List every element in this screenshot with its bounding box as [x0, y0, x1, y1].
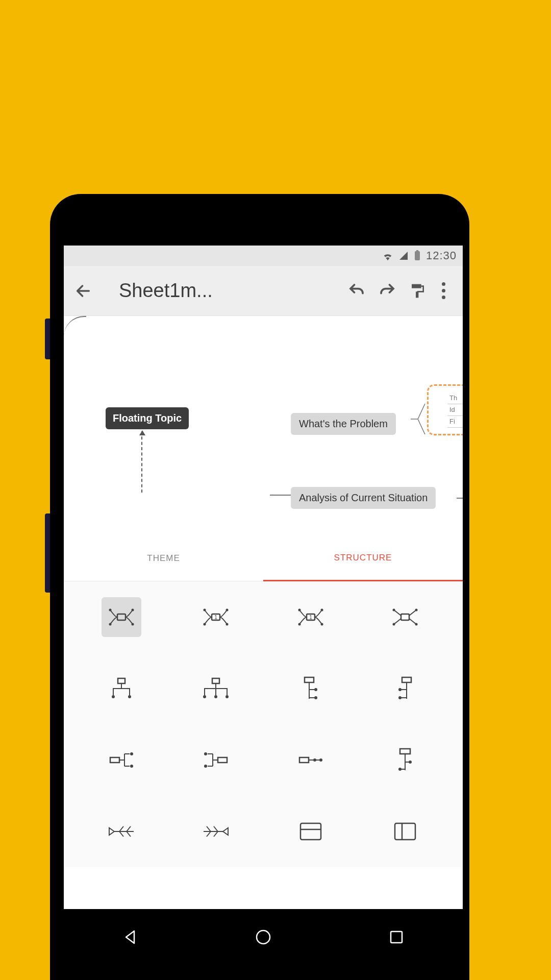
svg-rect-8 — [117, 614, 126, 620]
svg-point-37 — [398, 688, 402, 691]
subtopic-preview: Th Id Fi — [447, 393, 463, 428]
svg-rect-33 — [305, 677, 314, 682]
svg-text:1: 1 — [214, 615, 217, 620]
svg-point-32 — [226, 695, 229, 698]
redo-button[interactable] — [372, 282, 403, 300]
nav-recent-button[interactable] — [385, 926, 408, 948]
dots-icon — [442, 282, 445, 286]
svg-rect-25 — [401, 614, 409, 620]
wifi-icon — [382, 251, 393, 261]
fishbone-right-icon — [202, 824, 230, 839]
toolbar: Sheet1m... — [64, 266, 463, 316]
svg-rect-0 — [415, 251, 420, 260]
mindmap-balance-icon — [107, 607, 136, 627]
undo-button[interactable] — [341, 282, 372, 300]
tab-theme[interactable]: THEME — [64, 535, 263, 581]
status-bar: 12:30 — [64, 246, 463, 266]
battery-icon — [414, 250, 421, 261]
nav-back-button[interactable] — [119, 926, 141, 948]
undo-icon — [347, 282, 366, 300]
svg-rect-48 — [400, 749, 410, 754]
svg-point-42 — [204, 752, 207, 755]
structure-option[interactable] — [263, 668, 358, 709]
structure-option[interactable] — [263, 811, 358, 852]
paint-roller-icon — [410, 283, 426, 299]
svg-rect-2 — [412, 284, 421, 288]
svg-rect-44 — [218, 757, 227, 763]
tab-structure[interactable]: STRUCTURE — [263, 535, 463, 581]
app-screen: 12:30 Sheet1m... Floating Topic What's t… — [64, 246, 463, 909]
svg-point-38 — [398, 696, 402, 699]
tree-right-icon — [203, 751, 229, 769]
mindmap-canvas[interactable]: Floating Topic What's the Problem Analys… — [64, 316, 463, 535]
svg-point-30 — [203, 695, 206, 698]
svg-rect-56 — [391, 932, 402, 943]
svg-rect-26 — [118, 678, 125, 683]
svg-point-43 — [204, 765, 207, 768]
structure-option[interactable] — [263, 740, 358, 780]
structure-option[interactable] — [358, 597, 453, 638]
structure-option[interactable] — [169, 740, 264, 780]
structure-option[interactable] — [74, 597, 169, 638]
structure-option[interactable] — [169, 668, 264, 709]
svg-rect-3 — [416, 291, 418, 298]
logic-left-icon — [108, 751, 135, 769]
structure-option[interactable] — [358, 811, 453, 852]
relationship-arrow — [141, 431, 142, 493]
matrix-col-icon — [394, 822, 416, 841]
svg-point-28 — [128, 695, 131, 698]
svg-point-35 — [314, 696, 317, 699]
svg-point-34 — [314, 688, 317, 691]
mindmap-ccw-icon: 1 — [296, 607, 325, 627]
phone-side-button — [45, 318, 50, 359]
svg-text:1: 1 — [309, 615, 312, 620]
square-recent-icon — [389, 929, 404, 945]
fishbone-left-icon — [107, 824, 136, 839]
structure-option[interactable] — [74, 668, 169, 709]
svg-rect-39 — [110, 757, 119, 763]
svg-rect-36 — [402, 677, 411, 682]
matrix-row-icon — [299, 822, 322, 841]
logic-right-down-icon — [300, 676, 321, 701]
svg-rect-29 — [212, 678, 219, 683]
structure-option[interactable] — [74, 740, 169, 780]
logic-right-up-icon — [395, 676, 415, 701]
branch-connector — [270, 495, 292, 496]
structure-option[interactable]: 1 — [169, 597, 264, 638]
svg-rect-51 — [300, 823, 321, 840]
mindmap-cw-icon: 1 — [202, 607, 230, 627]
structure-option[interactable] — [358, 668, 453, 709]
structure-option[interactable] — [358, 740, 453, 780]
panel-tabs: THEME STRUCTURE — [64, 535, 463, 581]
redo-icon — [378, 282, 396, 300]
svg-point-40 — [130, 752, 133, 755]
topic-node[interactable]: Analysis of Current Situation — [291, 487, 436, 509]
topic-node[interactable]: What's the Problem — [291, 413, 396, 435]
svg-rect-53 — [395, 823, 415, 840]
structure-option[interactable] — [169, 811, 264, 852]
triangle-back-icon — [122, 929, 138, 945]
mindmap-spread-icon — [391, 607, 419, 627]
nav-home-button[interactable] — [252, 926, 274, 948]
arrow-left-icon — [74, 282, 92, 300]
back-button[interactable] — [73, 282, 93, 300]
org-down-icon — [109, 677, 134, 700]
document-title[interactable]: Sheet1m... — [119, 280, 213, 302]
structure-option[interactable] — [74, 811, 169, 852]
more-menu-button[interactable] — [433, 282, 454, 299]
structure-option[interactable]: 1 — [263, 597, 358, 638]
circle-home-icon — [255, 928, 272, 946]
svg-point-31 — [214, 695, 217, 698]
branch-connector — [64, 316, 86, 431]
svg-point-41 — [130, 765, 133, 768]
branch-connector — [457, 493, 463, 505]
svg-point-27 — [112, 695, 115, 698]
phone-side-button — [45, 513, 50, 593]
svg-rect-45 — [299, 757, 309, 763]
format-button[interactable] — [403, 283, 433, 299]
structure-grid: 1 1 — [64, 581, 463, 867]
status-time: 12:30 — [426, 249, 457, 262]
android-nav-bar — [64, 909, 463, 965]
tree-line-icon — [297, 755, 324, 765]
floating-topic-node[interactable]: Floating Topic — [106, 407, 189, 429]
